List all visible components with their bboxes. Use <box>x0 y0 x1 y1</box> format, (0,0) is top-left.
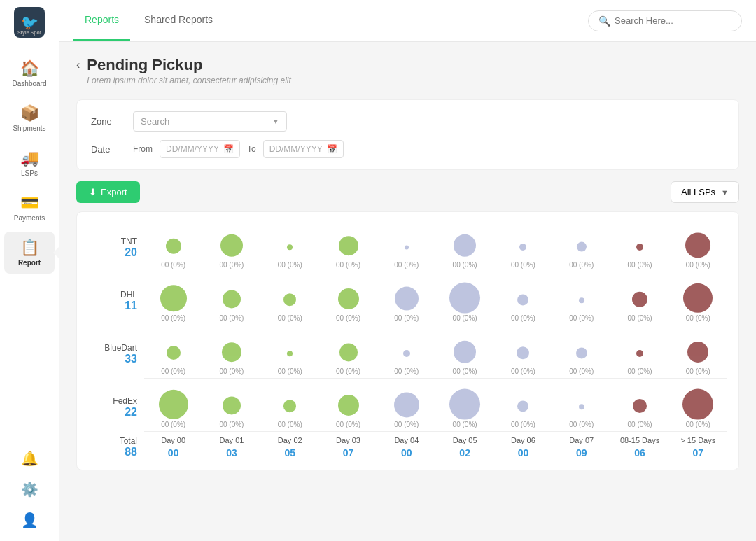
report-icon: 📋 <box>20 239 39 257</box>
shipments-icon: 📦 <box>20 104 39 122</box>
sidebar-item-dashboard[interactable]: 🏠 Dashboard <box>4 52 55 94</box>
cell-value: 00 (0%) <box>219 367 244 375</box>
cell-value: 00 (0%) <box>278 367 302 375</box>
cell-value: 00 (0%) <box>686 367 710 375</box>
lsp-filter-dropdown[interactable]: All LSPs ▼ <box>671 181 739 203</box>
carrier-label-area: TNT20 <box>88 237 144 259</box>
bubble <box>167 346 181 360</box>
bubble <box>633 399 647 413</box>
calendar-icon-to: 📅 <box>327 144 337 154</box>
carrier-name: FedEx <box>113 396 137 406</box>
sidebar: 🐦 Style Spot 🏠 Dashboard 📦 Shipments 🚚 L… <box>0 0 59 541</box>
zone-dropdown[interactable]: Search ▼ <box>133 111 287 132</box>
total-cell: > 15 Days07 <box>669 436 727 458</box>
page-header: ‹ Pending Pickup Lorem ipsum dolor sit a… <box>76 56 739 85</box>
sidebar-label-dashboard: Dashboard <box>13 80 47 87</box>
search-bar[interactable]: 🔍 <box>588 10 742 31</box>
column-total-value: 00 <box>401 447 412 458</box>
chart-inner: TNT2000 (0%)00 (0%)00 (0%)00 (0%)00 (0%)… <box>88 223 727 458</box>
carrier-label-area: BlueDart33 <box>88 343 144 365</box>
bubble <box>517 346 529 359</box>
cell-value: 00 (0%) <box>161 314 186 322</box>
cell-value: 00 (0%) <box>569 261 594 269</box>
bubble <box>685 232 710 258</box>
bubble-cell: 00 (0%) <box>552 223 610 272</box>
bubble-cell: 00 (0%) <box>435 383 493 432</box>
cell-value: 00 (0%) <box>336 421 360 428</box>
settings-button[interactable]: ⚙️ <box>0 475 59 503</box>
bubble <box>159 389 188 419</box>
bubble <box>449 388 480 419</box>
bubble <box>223 290 241 308</box>
notifications-button[interactable]: 🔔 <box>0 444 59 472</box>
carrier-count: 11 <box>125 300 137 312</box>
bubble-cell: 00 (0%) <box>377 223 435 272</box>
lsp-chevron-icon: ▼ <box>721 188 729 197</box>
cell-value: 00 (0%) <box>511 421 536 428</box>
sidebar-item-payments[interactable]: 💳 Payments <box>4 187 55 229</box>
sidebar-item-shipments[interactable]: 📦 Shipments <box>4 97 55 139</box>
column-day-label: Day 02 <box>278 436 302 444</box>
bubble <box>284 293 296 306</box>
cell-value: 00 (0%) <box>511 367 536 375</box>
date-filter-row: Date From DD/MM/YYYY 📅 To DD/MM/YYYY 📅 <box>91 140 724 158</box>
bubble <box>687 342 708 363</box>
sidebar-label-payments: Payments <box>14 214 45 222</box>
bubble-cell: 00 (0%) <box>610 383 668 432</box>
bubble-cell: 00 (0%) <box>552 276 610 325</box>
bubble-cell: 00 (0%) <box>552 383 610 432</box>
bubble-cell: 00 (0%) <box>377 276 435 325</box>
cell-value: 00 (0%) <box>453 314 477 322</box>
cell-value: 00 (0%) <box>336 261 360 269</box>
column-day-label: Day 04 <box>394 436 419 444</box>
bubble-cell: 00 (0%) <box>202 330 260 379</box>
cell-value: 00 (0%) <box>453 261 477 269</box>
cell-value: 00 (0%) <box>336 314 360 322</box>
cell-value: 00 (0%) <box>278 261 302 269</box>
bubble <box>405 245 409 249</box>
bubble-cell: 00 (0%) <box>494 383 552 432</box>
bubble <box>683 283 713 312</box>
cell-value: 00 (0%) <box>394 421 419 428</box>
carrier-name: DHL <box>120 290 137 300</box>
column-day-label: Day 03 <box>336 436 360 444</box>
bubble-chart: TNT2000 (0%)00 (0%)00 (0%)00 (0%)00 (0%)… <box>76 211 739 470</box>
from-date-input[interactable]: DD/MM/YYYY 📅 <box>160 140 240 158</box>
page-title: Pending Pickup <box>87 56 290 74</box>
total-label-area: Total88 <box>88 436 144 458</box>
bubble <box>394 392 419 417</box>
user-button[interactable]: 👤 <box>0 506 59 534</box>
sidebar-bottom: 🔔 ⚙️ 👤 <box>0 444 59 541</box>
back-button[interactable]: ‹ <box>76 59 80 71</box>
cell-value: 00 (0%) <box>161 421 186 428</box>
total-cell: Day 0205 <box>261 436 319 458</box>
bubble <box>223 396 241 414</box>
total-label: Total <box>120 436 137 446</box>
export-button[interactable]: ⬇ Export <box>76 181 140 203</box>
cell-value: 00 (0%) <box>453 421 477 428</box>
sidebar-label-shipments: Shipments <box>13 125 46 132</box>
bubble <box>338 288 359 309</box>
to-date-input[interactable]: DD/MM/YYYY 📅 <box>263 140 344 158</box>
cell-value: 00 (0%) <box>686 261 710 269</box>
sidebar-item-report[interactable]: 📋 Report <box>4 232 55 274</box>
sidebar-item-lsps[interactable]: 🚚 LSPs <box>4 142 55 184</box>
cell-value: 00 (0%) <box>219 421 244 428</box>
sidebar-label-report: Report <box>18 259 41 267</box>
bubble <box>340 343 358 361</box>
tab-shared-reports[interactable]: Shared Reports <box>133 0 224 41</box>
tab-reports[interactable]: Reports <box>74 0 130 41</box>
search-icon: 🔍 <box>598 15 610 27</box>
row-cells: 00 (0%)00 (0%)00 (0%)00 (0%)00 (0%)00 (0… <box>144 223 727 272</box>
bubble-cell: 00 (0%) <box>144 276 202 325</box>
search-input[interactable] <box>615 15 732 26</box>
nav-report-wrapper: 📋 Report <box>0 230 59 275</box>
cell-value: 00 (0%) <box>161 367 186 375</box>
column-total-value: 02 <box>459 447 470 458</box>
cell-value: 00 (0%) <box>278 314 302 322</box>
bubble <box>339 236 358 255</box>
bubble <box>636 244 643 251</box>
page-title-area: Pending Pickup Lorem ipsum dolor sit ame… <box>87 56 290 85</box>
chart-row-fedex: FedEx2200 (0%)00 (0%)00 (0%)00 (0%)00 (0… <box>88 383 727 432</box>
lsps-icon: 🚚 <box>20 149 39 167</box>
